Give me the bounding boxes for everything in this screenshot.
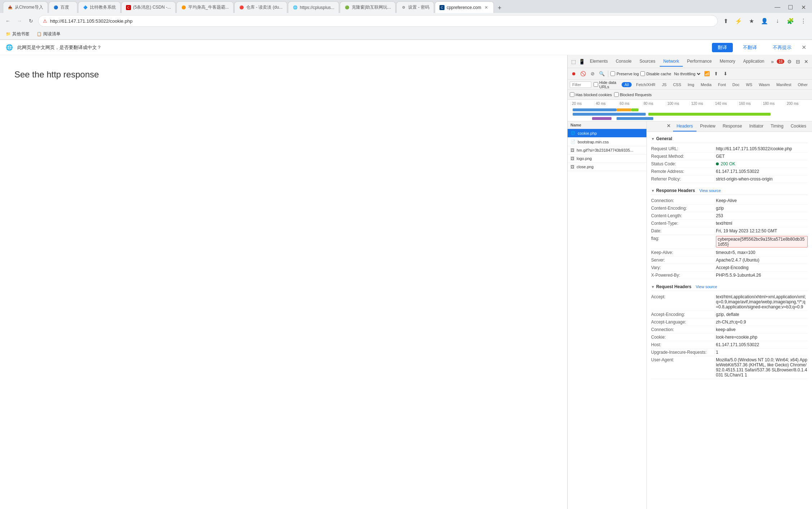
devtools-tab-performance[interactable]: Performance [684,57,716,67]
file-item-close[interactable]: 🖼 close.png [568,163,646,171]
file-item-bootstrap[interactable]: 📄 bootstrap.min.css [568,138,646,146]
devtools-settings-icon[interactable]: ⚙ [786,57,794,67]
file-item-hm[interactable]: 🖼 hm.gif?si=3b231847743b9335... [568,146,646,155]
tab-from-chrome[interactable]: 📥 从Chrome导入 [3,1,48,13]
filter-button[interactable]: ⊘ [588,70,596,78]
close-details-button[interactable]: ✕ [664,121,673,130]
forward-button[interactable]: → [14,16,24,26]
blocked-requests-checkbox[interactable]: Blocked Requests [614,92,652,97]
details-tab-initiator[interactable]: Initiator [746,121,767,131]
file-item-cookie[interactable]: 🌐 cookie.php [568,129,646,138]
filter-type-all[interactable]: All [622,82,632,87]
back-button[interactable]: ← [3,16,13,26]
response-headers-section-title[interactable]: ▼ Response Headers View source [651,187,808,195]
devtools-device-icon[interactable]: 📱 [578,57,586,67]
tab-title: 平均身高_牛客题霸... [188,4,229,10]
filter-type-fetch[interactable]: Fetch/XHR [634,82,658,87]
file-item-logo[interactable]: 🖼 logo.png [568,155,646,163]
devtools-panel: ⬚ 📱 Elements Console Sources Network Per… [567,55,812,509]
close-translation-button[interactable]: ✕ [802,44,806,51]
tab-settings[interactable]: ⚙ 设置 - 密码 [396,1,434,13]
has-blocked-cookies-checkbox[interactable]: Has blocked cookies [570,92,612,97]
preserve-log-input[interactable] [610,71,615,76]
tab-close-icon[interactable]: ✕ [483,5,489,10]
reload-button[interactable]: ↻ [26,16,36,26]
general-section-title[interactable]: ▼ General [651,135,808,143]
filter-type-media[interactable]: Media [699,82,714,87]
req-host-value: 61.147.171.105:53022 [716,342,808,347]
filter-type-ws[interactable]: WS [744,82,754,87]
main-layout: See the http response ⬚ 📱 Elements Conso… [0,55,812,509]
menu-button[interactable]: ⋮ [798,15,809,27]
bookmark-other[interactable]: 📁 其他书签 [3,30,32,38]
req-upgrade-value: 1 [716,350,808,355]
tab-title: (5条消息) CSDN -... [133,4,171,10]
address-field[interactable]: ⚠ http://61.147.171.105:53022/cookie.php [38,15,718,27]
tab-cplusplus[interactable]: 🌐 https://cplusplus... [288,1,339,13]
devtools-tab-elements[interactable]: Elements [586,57,612,67]
devtools-tab-console[interactable]: Console [612,57,635,67]
devtools-dock-icon[interactable]: ⊟ [794,57,802,67]
filter-input[interactable] [570,81,591,88]
details-tab-response[interactable]: Response [719,121,746,131]
devtools-close-icon[interactable]: ✕ [802,57,810,67]
request-method-value: GET [716,154,808,159]
preserve-log-checkbox[interactable]: Preserve log [610,71,639,76]
tab-cppreference[interactable]: C cppreference.com ✕ [435,1,494,13]
timeline-bars [568,107,812,121]
minimize-button[interactable]: — [772,1,783,13]
file-name-hm: hm.gif?si=3b231847743b9335... [577,148,633,152]
lightning-button[interactable]: ⚡ [733,15,744,27]
tab-baidu[interactable]: 🔵 百度 [49,1,77,13]
share-button[interactable]: ⬆ [720,15,731,27]
tab-bite[interactable]: 🔷 比特教务系统 [78,1,121,13]
filter-type-css[interactable]: CSS [671,82,684,87]
details-tab-headers[interactable]: Headers [673,121,696,131]
update-button[interactable]: ↓ [772,15,783,27]
hide-data-urls-checkbox[interactable]: Hide data URLs [594,80,619,89]
filter-type-doc[interactable]: Doc [730,82,742,87]
details-tab-preview[interactable]: Preview [696,121,719,131]
export-button[interactable]: ⬇ [722,70,730,78]
bookmark-button[interactable]: ★ [746,15,757,27]
filter-type-other[interactable]: Other [795,82,810,87]
extensions-button[interactable]: 🧩 [785,15,796,27]
filter-type-font[interactable]: Font [716,82,728,87]
devtools-tab-memory[interactable]: Memory [716,57,739,67]
filter-type-manifest[interactable]: Manifest [774,82,794,87]
new-tab-button[interactable]: + [495,3,505,13]
request-headers-view-source[interactable]: View source [696,285,717,289]
details-tab-cookies[interactable]: Cookies [787,121,810,131]
filter-type-js[interactable]: JS [660,82,669,87]
clear-button[interactable]: 🚫 [579,70,587,78]
translate-button[interactable]: 翻译 [712,43,733,52]
close-window-button[interactable]: ✕ [798,1,809,13]
online-icon[interactable]: 📶 [703,70,711,78]
devtools-tab-application[interactable]: Application [740,57,768,67]
tab-cangku[interactable]: 🔴 仓库 - 读卖淡 (du... [234,1,287,13]
details-tab-timing[interactable]: Timing [767,121,787,131]
no-translate-button[interactable]: 不翻译 [737,43,763,52]
filter-type-img[interactable]: Img [686,82,696,87]
disable-cache-input[interactable] [640,71,645,76]
tab-csdn[interactable]: C (5条消息) CSDN -... [121,1,176,13]
request-headers-section-title[interactable]: ▼ Request Headers View source [651,283,808,291]
devtools-tab-sources[interactable]: Sources [636,57,659,67]
import-button[interactable]: ⬆ [712,70,720,78]
devtools-more-tabs-icon[interactable]: » [769,57,776,67]
restore-button[interactable]: ☐ [785,1,796,13]
devtools-tab-network[interactable]: Network [660,57,683,67]
search-button[interactable]: 🔍 [598,70,606,78]
filter-type-wasm[interactable]: Wasm [757,82,772,87]
disable-cache-checkbox[interactable]: Disable cache [640,71,671,76]
tab-niuke[interactable]: 🟠 平均身高_牛客题霸... [176,1,234,13]
devtools-pointer-icon[interactable]: ⬚ [570,57,577,67]
bookmark-reading[interactable]: 📋 阅读清单 [34,30,63,38]
no-remind-button[interactable]: 不再提示 [767,43,797,52]
throttle-select[interactable]: No throttling [673,71,702,76]
response-headers-view-source[interactable]: View source [699,188,721,193]
profile-button[interactable]: 👤 [759,15,770,27]
record-button[interactable]: ⏺ [570,70,578,78]
nav-buttons: ← → ↻ [3,16,36,26]
tab-kelongchuang[interactable]: 🟢 克隆窗|助互联网玩... [340,1,396,13]
